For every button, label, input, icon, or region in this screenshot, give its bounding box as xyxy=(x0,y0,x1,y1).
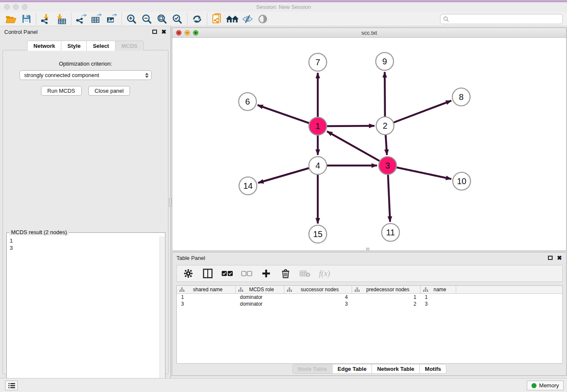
table-cell[interactable]: 3 xyxy=(421,301,456,307)
network-canvas[interactable]: 7968124314101511 xyxy=(172,38,566,251)
graph-node-8[interactable]: 8 xyxy=(452,88,470,106)
import-table-icon[interactable] xyxy=(54,13,69,25)
window-title: Session: New Session xyxy=(0,4,567,10)
column-header-MCDS-role[interactable]: MCDS role xyxy=(236,286,284,293)
task-history-button[interactable] xyxy=(5,381,18,390)
close-panel-button[interactable]: Close panel xyxy=(88,86,130,96)
edge-2-9[interactable] xyxy=(385,72,385,119)
graph-node-6[interactable]: 6 xyxy=(239,93,256,110)
hide-eye-icon[interactable] xyxy=(240,13,255,25)
graph-node-15[interactable]: 15 xyxy=(309,225,327,243)
zoom-selected-icon[interactable] xyxy=(170,13,185,25)
table-cell[interactable]: dominator xyxy=(236,301,284,307)
edge-1-6[interactable] xyxy=(258,105,311,124)
open-file-icon[interactable] xyxy=(3,13,19,25)
graph-node-4[interactable]: 4 xyxy=(309,157,327,174)
export-image-icon[interactable] xyxy=(104,13,119,25)
select-all-icon[interactable] xyxy=(222,268,233,279)
table-cell[interactable]: 3 xyxy=(177,301,236,307)
add-icon[interactable] xyxy=(261,268,272,279)
edge-1-2[interactable] xyxy=(325,126,374,126)
zoom-fit-icon[interactable] xyxy=(154,13,170,25)
tab-select[interactable]: Select xyxy=(86,41,115,51)
mcds-result-text[interactable]: 1 3 xyxy=(7,236,160,392)
apply-layout-icon[interactable] xyxy=(190,13,205,25)
edge-3-11[interactable] xyxy=(388,173,390,222)
table-cell[interactable]: 2 xyxy=(352,301,421,307)
search-input[interactable] xyxy=(449,15,562,23)
column-header-name[interactable]: name xyxy=(421,286,456,293)
table-header-row: shared nameMCDS rolesuccessor nodesprede… xyxy=(177,286,562,294)
graph-node-2[interactable]: 2 xyxy=(376,117,394,135)
result-scrollbar[interactable] xyxy=(160,236,165,392)
edge-2-8[interactable] xyxy=(392,101,451,123)
export-table-icon[interactable] xyxy=(89,13,104,25)
svg-text:4: 4 xyxy=(315,161,320,170)
toolbar-separator xyxy=(207,13,207,25)
graph-node-11[interactable]: 11 xyxy=(382,224,399,241)
save-session-icon[interactable] xyxy=(19,13,34,25)
deselect-all-icon[interactable] xyxy=(241,268,252,279)
svg-text:1: 1 xyxy=(315,121,320,131)
edge-2-3[interactable] xyxy=(385,133,387,155)
export-network-icon[interactable] xyxy=(74,13,89,25)
column-header-successor-nodes[interactable]: successor nodes xyxy=(284,286,352,293)
svg-text:14: 14 xyxy=(243,181,253,190)
clone-network-icon[interactable] xyxy=(209,13,225,25)
tab-network[interactable]: Network xyxy=(27,41,61,51)
close-table-panel-icon[interactable]: ✖ xyxy=(557,256,562,260)
show-eye-icon[interactable] xyxy=(255,13,270,25)
mcds-panel: Optimization criterion: strongly connect… xyxy=(3,50,168,374)
svg-text:11: 11 xyxy=(386,228,395,237)
control-panel-header: Control Panel ✖ xyxy=(0,26,171,37)
graph-node-10[interactable]: 10 xyxy=(453,172,471,190)
table-row[interactable]: 1dominator411 xyxy=(177,294,562,301)
table-cell[interactable]: dominator xyxy=(236,294,284,301)
graph-node-7[interactable]: 7 xyxy=(309,53,327,71)
graph-node-1[interactable]: 1 xyxy=(309,117,327,135)
table-tab-node-table[interactable]: Node Table xyxy=(292,364,333,374)
network-minimize-button[interactable] xyxy=(184,30,190,36)
graph-node-9[interactable]: 9 xyxy=(376,52,394,70)
criterion-select[interactable]: strongly connected component xyxy=(19,70,151,80)
zoom-in-icon[interactable] xyxy=(124,13,139,25)
tab-style[interactable]: Style xyxy=(61,41,87,51)
edge-3-1[interactable] xyxy=(327,131,381,162)
home-icon[interactable] xyxy=(225,13,240,25)
svg-text:10: 10 xyxy=(457,177,466,186)
column-header-shared-name[interactable]: shared name xyxy=(177,286,236,293)
table-cell[interactable]: 1 xyxy=(177,294,236,301)
table-tab-motifs[interactable]: Motifs xyxy=(419,364,446,374)
import-network-icon[interactable] xyxy=(39,13,54,25)
table-cell[interactable]: 1 xyxy=(421,294,456,301)
graph-node-14[interactable]: 14 xyxy=(239,177,257,195)
edge-4-14[interactable] xyxy=(258,168,311,183)
memory-button[interactable]: Memory xyxy=(527,381,564,390)
column-header-predecessor-nodes[interactable]: predecessor nodes xyxy=(352,286,421,293)
network-window: scc.txt 7968124314101511 xyxy=(172,28,567,251)
table-cell[interactable]: 3 xyxy=(284,301,352,307)
graph-node-3[interactable]: 3 xyxy=(379,157,396,174)
float-panel-icon[interactable] xyxy=(152,30,157,34)
table-tab-edge-table[interactable]: Edge Table xyxy=(332,364,372,374)
table-tab-network-table[interactable]: Network Table xyxy=(372,364,420,374)
panel-splitter-handle[interactable] xyxy=(169,198,172,207)
edge-3-10[interactable] xyxy=(395,167,451,179)
float-table-panel-icon[interactable] xyxy=(548,256,553,260)
canvas-resize-handle[interactable] xyxy=(366,248,369,250)
zoom-out-icon[interactable] xyxy=(139,13,154,25)
network-close-button[interactable] xyxy=(176,30,182,36)
network-maximize-button[interactable] xyxy=(193,30,198,36)
network-window-titlebar[interactable]: scc.txt xyxy=(172,28,566,38)
gear-icon[interactable] xyxy=(183,268,194,279)
table-row[interactable]: 3dominator323 xyxy=(177,301,562,307)
trash-icon[interactable] xyxy=(280,268,291,279)
table-cell[interactable]: 1 xyxy=(352,294,421,301)
search-box[interactable] xyxy=(440,14,563,24)
list-icon xyxy=(8,383,15,389)
columns-icon[interactable] xyxy=(202,268,213,279)
close-panel-icon[interactable]: ✖ xyxy=(161,30,166,34)
run-mcds-button[interactable]: Run MCDS xyxy=(41,86,82,96)
tab-mcds[interactable]: MCDS xyxy=(115,41,144,51)
table-cell[interactable]: 4 xyxy=(284,294,352,301)
